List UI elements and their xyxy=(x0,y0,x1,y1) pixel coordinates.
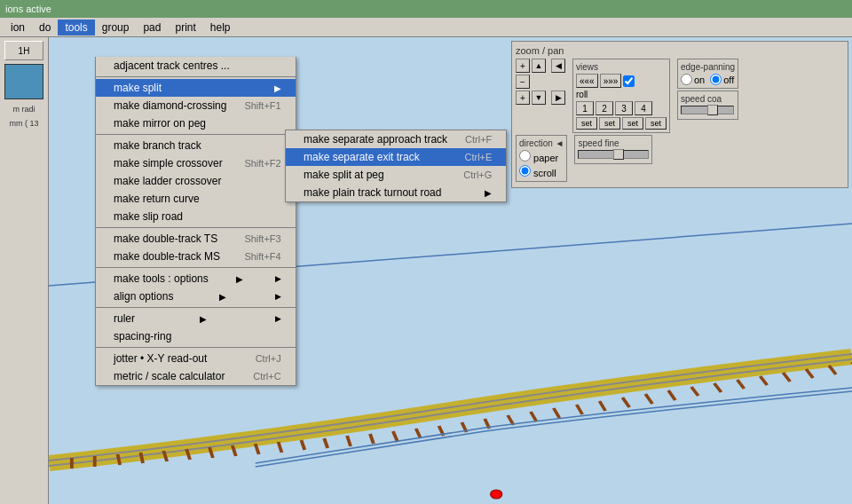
menu-make-ladder[interactable]: make ladder crossover xyxy=(96,172,296,190)
menu-do[interactable]: do xyxy=(32,20,58,35)
edge-pan-on[interactable]: on xyxy=(681,74,705,85)
radius-label: m radi xyxy=(2,103,46,115)
menu-make-return[interactable]: make return curve xyxy=(96,190,296,208)
menu-make-tools-options[interactable]: make tools : options ▶ xyxy=(96,270,296,287)
menu-pad[interactable]: pad xyxy=(136,20,168,35)
speed-fine-thumb xyxy=(613,149,624,160)
zoom-plus-btn[interactable]: + xyxy=(516,59,530,73)
view-num-1[interactable]: 1 xyxy=(576,101,594,115)
menu-ion[interactable]: ion xyxy=(4,20,32,35)
menu-bar: ion do tools group pad print help xyxy=(0,18,852,37)
views-nav-right[interactable]: »»» xyxy=(600,74,622,88)
menu-align-options[interactable]: align options ▶ xyxy=(96,287,296,305)
submenu-sep-approach[interactable]: make separate approach track Ctrl+F xyxy=(286,130,506,148)
zoom-minus-btn[interactable]: − xyxy=(516,75,530,89)
roll-label: roll xyxy=(576,90,667,99)
set-btn-4[interactable]: set xyxy=(645,117,667,130)
submenu-sep-exit[interactable]: make separate exit track Ctrl+E xyxy=(286,148,506,166)
submenu-split-at-peg[interactable]: make split at peg Ctrl+G xyxy=(286,166,506,184)
pan-up-btn[interactable]: ▲ xyxy=(532,59,546,73)
views-nav-left[interactable]: ««« xyxy=(576,74,598,88)
speed-fine-title: speed fine xyxy=(578,138,649,148)
sep3 xyxy=(96,227,296,228)
menu-make-simple[interactable]: make simple crossover Shift+F2 xyxy=(96,154,296,172)
set-btn-3[interactable]: set xyxy=(622,117,643,130)
pan-right-btn[interactable]: ▶ xyxy=(551,91,565,105)
edge-pan-off[interactable]: off xyxy=(710,74,734,85)
title-text: ions active xyxy=(5,4,51,14)
spacer xyxy=(551,75,565,89)
pan-left-btn[interactable]: ◀ xyxy=(551,59,565,73)
menu-group[interactable]: group xyxy=(95,20,137,35)
direction-paper[interactable]: paper xyxy=(519,150,564,163)
menu-make-slip[interactable]: make slip road xyxy=(96,208,296,225)
svg-point-36 xyxy=(491,490,502,499)
views-check-input[interactable] xyxy=(623,75,635,87)
sep4 xyxy=(96,267,296,268)
speed-fine-section: speed fine xyxy=(574,135,652,164)
edge-panning-section: edge-panning on off xyxy=(677,59,738,89)
menu-make-mirror[interactable]: make mirror on peg xyxy=(96,114,296,132)
main-area: 1H m radi mm ( 13 xyxy=(0,37,852,504)
speed-coarse-title: speed coa xyxy=(681,94,735,104)
menu-make-branch[interactable]: make branch track xyxy=(96,137,296,154)
sep2 xyxy=(96,134,296,135)
view-num-4[interactable]: 4 xyxy=(635,101,652,115)
menu-print[interactable]: print xyxy=(168,20,202,35)
menu-tools[interactable]: tools xyxy=(58,20,94,35)
menu-spacing-ring[interactable]: spacing-ring xyxy=(96,327,296,345)
menu-make-split[interactable]: make split ▶ xyxy=(96,79,296,97)
track-indicator xyxy=(4,64,43,99)
submenu-plain-turnout[interactable]: make plain track turnout road ▶ xyxy=(286,184,506,201)
view-num-2[interactable]: 2 xyxy=(596,101,613,115)
views-title: views xyxy=(576,62,667,72)
pan-center xyxy=(532,75,546,89)
tool-1h[interactable]: 1H xyxy=(4,41,43,60)
pan-down-btn[interactable]: ▼ xyxy=(532,91,546,105)
content-area: adjacent track centres ... make split ▶ … xyxy=(49,37,852,504)
make-split-submenu: make separate approach track Ctrl+F make… xyxy=(285,130,507,202)
sep1 xyxy=(96,76,296,77)
edge-panning-title: edge-panning xyxy=(681,62,735,72)
svg-line-3 xyxy=(118,454,121,465)
speed-coarse-slider[interactable] xyxy=(681,106,734,114)
view-num-3[interactable]: 3 xyxy=(615,101,633,115)
views-checkbox xyxy=(623,75,635,87)
menu-make-double-ts[interactable]: make double-track TS Shift+F3 xyxy=(96,230,296,248)
speed-coarse-thumb xyxy=(707,105,718,115)
speed-coarse-section: speed coa xyxy=(677,91,738,120)
set-btn-2[interactable]: set xyxy=(599,117,620,130)
zoom-pan-title: zoom / pan xyxy=(516,45,844,56)
menu-jotter[interactable]: jotter • X-Y read-out Ctrl+J xyxy=(96,350,296,367)
direction-scroll[interactable]: scroll xyxy=(519,165,564,178)
sep6 xyxy=(96,347,296,348)
direction-title: direction ◄ xyxy=(519,138,564,148)
speed-fine-slider[interactable] xyxy=(578,150,649,159)
set-row: set set set set xyxy=(576,117,667,130)
svg-line-4 xyxy=(140,453,143,463)
menu-adjacent-track[interactable]: adjacent track centres ... xyxy=(96,57,296,75)
sep5 xyxy=(96,307,296,308)
zoom-plus2-btn[interactable]: + xyxy=(516,91,530,105)
mm-label: mm ( 13 xyxy=(2,117,46,130)
tools-dropdown: adjacent track centres ... make split ▶ … xyxy=(95,57,296,386)
menu-make-double-ms[interactable]: make double-track MS Shift+F4 xyxy=(96,248,296,265)
menu-make-diamond[interactable]: make diamond-crossing Shift+F1 xyxy=(96,97,296,114)
views-section: views ««« »»» roll 1 2 3 xyxy=(572,59,670,133)
set-btn-1[interactable]: set xyxy=(576,117,597,130)
menu-ruler[interactable]: ruler ▶ xyxy=(96,310,296,327)
direction-section: direction ◄ paper scroll xyxy=(516,135,567,182)
menu-help[interactable]: help xyxy=(203,20,238,35)
left-panel: 1H m radi mm ( 13 xyxy=(0,37,49,504)
title-bar: ions active xyxy=(0,0,852,18)
menu-metric-calc[interactable]: metric / scale calculator Ctrl+C xyxy=(96,367,296,385)
zoom-panel: zoom / pan + ▲ − + ▼ xyxy=(511,41,848,188)
